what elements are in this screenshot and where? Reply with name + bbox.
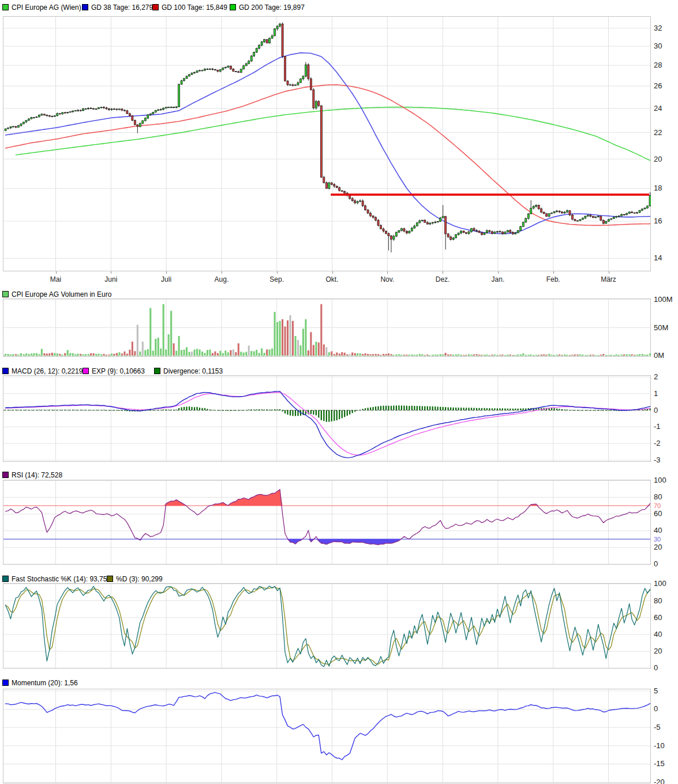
stoch-k-label: Fast Stochastic %K (14): 93,75: [12, 575, 107, 583]
y-axis-tick-label: 20: [654, 155, 662, 163]
momentum-legend: Momentum (20): 1,56: [0, 677, 678, 688]
legend-item-exp: EXP (9): 0,10663: [83, 365, 145, 375]
x-axis-tick-mark: [111, 271, 111, 274]
price-series-label: CPI Europe AG (Wien): [12, 3, 81, 12]
rsi-label: RSI (14): 72,528: [12, 471, 62, 479]
x-axis-tick-mark: [222, 271, 222, 274]
x-axis-tick-mark: [498, 271, 499, 274]
gd38-label: GD 38 Tage: 16,279: [91, 3, 153, 12]
x-axis-month-label: Jan.: [478, 275, 518, 283]
x-axis-month-label: Nov.: [367, 275, 407, 283]
momentum-label: Momentum (20): 1,56: [12, 679, 78, 687]
rsi-swatch-icon: [2, 472, 9, 478]
price-series-swatch-icon: [2, 4, 9, 10]
y-axis-tick-label: 16: [654, 216, 662, 225]
x-axis-tick-mark: [387, 271, 388, 274]
legend-item-divergence: Divergence: 0,1153: [154, 365, 223, 375]
legend-item-macd: MACD (26, 12): 0,22193: [2, 365, 87, 375]
exp-label: EXP (9): 0,10663: [92, 367, 145, 375]
stochastic-chart-panel[interactable]: [3, 583, 651, 669]
price-legend: CPI Europe AG (Wien) GD 38 Tage: 16,279 …: [0, 2, 678, 12]
rsi-legend: RSI (14): 72,528: [0, 469, 678, 480]
y-axis-tick-label: 60: [654, 613, 662, 622]
y-axis-tick-label: 28: [654, 61, 662, 69]
y-axis-tick-label: 100M: [654, 295, 673, 304]
x-axis-tick-mark: [277, 271, 278, 274]
y-axis-tick-label: -1: [654, 422, 661, 431]
rsi-chart-panel[interactable]: [3, 480, 651, 565]
y-axis-tick-label: 5: [654, 686, 658, 695]
stoch-legend: Fast Stochastic %K (14): 93,75 %D (3): 9…: [0, 573, 678, 584]
y-axis-tick-label: 100: [654, 476, 666, 484]
legend-item-rsi: RSI (14): 72,528: [2, 469, 62, 479]
x-axis-month-label: März: [589, 275, 629, 283]
macd-label: MACD (26, 12): 0,22193: [12, 367, 87, 375]
legend-item-gd200: GD 200 Tage: 19,897: [230, 2, 305, 11]
y-axis-tick-label: 30: [654, 536, 661, 543]
y-axis-tick-label: 22: [654, 128, 662, 137]
gd200-label: GD 200 Tage: 19,897: [239, 3, 305, 12]
exp-swatch-icon: [83, 368, 89, 374]
stoch-d-label: %D (3): 90,299: [116, 575, 163, 583]
stock-chart: CPI Europe AG (Wien) GD 38 Tage: 16,279 …: [0, 0, 678, 784]
y-axis-tick-label: -3: [654, 456, 661, 464]
y-axis-tick-label: 24: [654, 104, 662, 113]
volume-chart-panel[interactable]: [3, 298, 651, 357]
momentum-chart-panel[interactable]: [3, 689, 651, 783]
x-axis-tick-mark: [166, 271, 167, 274]
x-axis-month-label: Okt.: [312, 275, 353, 283]
legend-item-price: CPI Europe AG (Wien): [2, 2, 81, 11]
volume-label: CPI Europe AG Volumen in Euro: [12, 290, 111, 298]
y-axis-tick-label: 20: [654, 543, 662, 551]
y-axis-tick-label: -5: [654, 723, 661, 731]
y-axis-tick-label: -10: [654, 741, 665, 750]
y-axis-tick-label: 50M: [654, 323, 668, 332]
legend-item-stoch-k: Fast Stochastic %K (14): 93,75: [2, 573, 107, 583]
y-axis-tick-label: -20: [654, 778, 665, 784]
y-axis-tick-label: 30: [654, 42, 662, 50]
x-axis-tick-mark: [553, 271, 554, 274]
x-axis-tick-mark: [609, 271, 609, 274]
price-chart-panel[interactable]: [3, 16, 651, 271]
y-axis-tick-label: 0: [654, 559, 658, 568]
y-axis-tick-label: 0: [654, 663, 658, 672]
y-axis-tick-label: 32: [654, 24, 662, 32]
y-axis-tick-label: 40: [654, 526, 662, 535]
gd38-swatch-icon: [82, 4, 88, 10]
x-axis-month-label: Juli: [146, 275, 186, 283]
x-axis-month-label: Sep.: [257, 275, 297, 283]
y-axis-tick-label: 1: [654, 389, 658, 398]
y-axis-tick-label: 26: [654, 81, 662, 90]
stoch-k-swatch-icon: [2, 576, 9, 582]
y-axis-tick-label: -15: [654, 759, 665, 768]
y-axis-tick-label: 100: [654, 579, 666, 588]
x-axis-month-label: Juni: [91, 275, 131, 283]
macd-legend: MACD (26, 12): 0,22193 EXP (9): 0,10663 …: [0, 365, 678, 376]
divergence-label: Divergence: 0,1153: [163, 367, 223, 375]
y-axis-tick-label: 18: [654, 184, 662, 192]
y-axis-tick-label: 0: [654, 704, 658, 713]
stoch-d-swatch-icon: [107, 576, 113, 582]
y-axis-tick-label: 14: [654, 253, 662, 262]
volume-swatch-icon: [2, 291, 9, 297]
x-axis-month-label: Dez.: [422, 275, 463, 283]
y-axis-tick-label: 0: [654, 406, 658, 415]
momentum-swatch-icon: [2, 680, 9, 686]
x-axis-month-label: Aug.: [201, 275, 242, 283]
gd100-swatch-icon: [152, 4, 159, 10]
y-axis-tick-label: 80: [654, 492, 662, 501]
divergence-swatch-icon: [154, 368, 160, 374]
legend-item-gd38: GD 38 Tage: 16,279: [82, 2, 153, 11]
legend-item-momentum: Momentum (20): 1,56: [2, 677, 78, 686]
gd100-label: GD 100 Tage: 15,849: [162, 3, 227, 12]
legend-item-gd100: GD 100 Tage: 15,849: [152, 2, 227, 11]
y-axis-tick-label: 80: [654, 596, 662, 605]
gd200-swatch-icon: [230, 4, 236, 10]
volume-legend: CPI Europe AG Volumen in Euro: [0, 289, 678, 299]
y-axis-tick-label: 70: [654, 502, 661, 509]
y-axis-tick-label: 2: [654, 372, 658, 381]
y-axis-tick-label: 20: [654, 647, 662, 655]
x-axis-month-label: Mai: [36, 275, 76, 283]
y-axis-tick-label: 0M: [654, 351, 664, 360]
macd-chart-panel[interactable]: [3, 375, 651, 462]
